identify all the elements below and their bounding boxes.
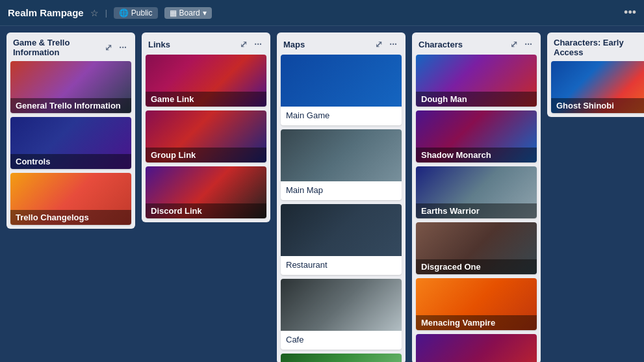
column-more-icon[interactable]: ···: [252, 38, 264, 51]
column-links: Links⤢···Game LinkGroup LinkDiscord Link: [142, 32, 270, 222]
card-main-map[interactable]: Main Map: [281, 129, 402, 200]
expand-icon[interactable]: ⤢: [508, 38, 520, 51]
card-label-shadow-monarch: Shadow Monarch: [416, 148, 537, 162]
card-label-main-map: Main Map: [281, 181, 402, 200]
column-header-characters: Characters⤢···: [412, 32, 541, 55]
chevron-down-icon: ▾: [203, 8, 207, 18]
column-header-characters-early: Characters: Early Access⤢···: [547, 32, 644, 61]
board-icon: ▦: [170, 8, 177, 18]
expand-icon[interactable]: ⤢: [238, 38, 250, 51]
column-more-icon[interactable]: ···: [387, 38, 399, 51]
card-disgraced-one[interactable]: Disgraced One: [416, 222, 537, 274]
card-image-group-link: Group Link: [146, 110, 266, 162]
card-soul-warrior[interactable]: Soul Warrior: [416, 334, 537, 362]
card-image-restaurant: [281, 204, 402, 256]
card-image-earths-warrior: Earths Warrior: [416, 166, 537, 218]
column-title-game-trello: Game & Trello Information: [13, 38, 100, 57]
card-label-trello-changelogs: Trello Changelogs: [10, 210, 131, 225]
column-title-maps: Maps: [283, 40, 370, 49]
board: Game & Trello Information⤢···General Tre…: [0, 26, 644, 362]
card-label-disgraced-one: Disgraced One: [416, 259, 537, 274]
card-image-soul-warrior: Soul Warrior: [416, 334, 537, 362]
public-icon: 🌐: [119, 8, 129, 18]
column-maps: Maps⤢···Main GameMain MapRestaurantCafeS…: [277, 32, 406, 362]
column-header-links: Links⤢···: [142, 32, 270, 55]
card-label-cafe: Cafe: [281, 331, 402, 350]
card-image-main-game: [281, 55, 402, 107]
card-discord-link[interactable]: Discord Link: [146, 166, 266, 218]
column-body-characters: Dough ManShadow MonarchEarths WarriorDis…: [412, 55, 541, 362]
card-label-restaurant: Restaurant: [281, 256, 402, 275]
column-body-links: Game LinkGroup LinkDiscord Link: [142, 55, 270, 222]
card-label-general-trello: General Trello Information: [10, 98, 131, 113]
column-game-trello: Game & Trello Information⤢···General Tre…: [6, 32, 135, 229]
card-trello-changelogs[interactable]: Trello Changelogs: [10, 173, 131, 225]
card-soccer-field[interactable]: Soccer Field: [281, 354, 402, 362]
card-image-general-trello: General Trello Information: [10, 61, 131, 113]
card-image-game-link: Game Link: [146, 55, 266, 107]
column-header-game-trello: Game & Trello Information⤢···: [6, 32, 135, 61]
card-shadow-monarch[interactable]: Shadow Monarch: [416, 110, 537, 162]
column-title-links: Links: [148, 40, 235, 49]
app-title: Realm Rampage: [8, 7, 84, 18]
card-label-dough-man: Dough Man: [416, 92, 537, 107]
column-title-characters-early: Characters: Early Access: [554, 38, 641, 57]
card-label-discord-link: Discord Link: [146, 203, 266, 218]
card-image-ghost-shinobi: Ghost Shinobi: [551, 61, 644, 113]
card-menacing-vampire[interactable]: Menacing Vampire: [416, 278, 537, 330]
visibility-pill[interactable]: 🌐 Public: [114, 7, 158, 19]
card-general-trello[interactable]: General Trello Information: [10, 61, 131, 113]
card-controls[interactable]: Controls: [10, 117, 131, 169]
board-pill[interactable]: ▦ Board ▾: [164, 7, 212, 19]
column-header-maps: Maps⤢···: [277, 32, 406, 55]
topbar: Realm Rampage ☆ | 🌐 Public ▦ Board ▾ •••: [0, 0, 644, 26]
column-body-game-trello: General Trello InformationControlsTrello…: [6, 61, 135, 229]
more-icon[interactable]: •••: [624, 6, 636, 19]
card-restaurant[interactable]: Restaurant: [281, 204, 402, 275]
expand-icon[interactable]: ⤢: [373, 38, 385, 51]
card-dough-man[interactable]: Dough Man: [416, 55, 537, 107]
topbar-right: •••: [624, 6, 636, 19]
card-label-menacing-vampire: Menacing Vampire: [416, 315, 537, 330]
card-image-cafe: [281, 279, 402, 331]
card-main-game[interactable]: Main Game: [281, 55, 402, 125]
column-title-characters: Characters: [419, 40, 506, 49]
card-label-earths-warrior: Earths Warrior: [416, 203, 537, 218]
card-image-soccer-field: [281, 354, 402, 362]
card-label-game-link: Game Link: [146, 92, 266, 107]
card-earths-warrior[interactable]: Earths Warrior: [416, 166, 537, 218]
card-image-dough-man: Dough Man: [416, 55, 537, 107]
card-label-group-link: Group Link: [146, 148, 266, 162]
column-body-maps: Main GameMain MapRestaurantCafeSoccer Fi…: [277, 55, 406, 362]
star-icon[interactable]: ☆: [90, 8, 99, 18]
card-image-trello-changelogs: Trello Changelogs: [10, 173, 131, 225]
column-more-icon[interactable]: ···: [522, 38, 534, 51]
card-image-shadow-monarch: Shadow Monarch: [416, 110, 537, 162]
card-label-main-game: Main Game: [281, 107, 402, 125]
card-image-disgraced-one: Disgraced One: [416, 222, 537, 274]
card-label-ghost-shinobi: Ghost Shinobi: [551, 98, 644, 113]
column-characters-early: Characters: Early Access⤢···Ghost Shinob…: [547, 32, 644, 117]
card-image-discord-link: Discord Link: [146, 166, 266, 218]
card-image-menacing-vampire: Menacing Vampire: [416, 278, 537, 330]
card-game-link[interactable]: Game Link: [146, 55, 266, 107]
card-cafe[interactable]: Cafe: [281, 279, 402, 350]
column-characters: Characters⤢···Dough ManShadow MonarchEar…: [412, 32, 541, 362]
card-image-main-map: [281, 129, 402, 181]
card-image-controls: Controls: [10, 117, 131, 169]
column-more-icon[interactable]: ···: [117, 41, 129, 54]
card-label-controls: Controls: [10, 154, 131, 169]
card-group-link[interactable]: Group Link: [146, 110, 266, 162]
expand-icon[interactable]: ⤢: [103, 41, 114, 54]
card-ghost-shinobi[interactable]: Ghost Shinobi: [551, 61, 644, 113]
column-body-characters-early: Ghost Shinobi: [547, 61, 644, 117]
